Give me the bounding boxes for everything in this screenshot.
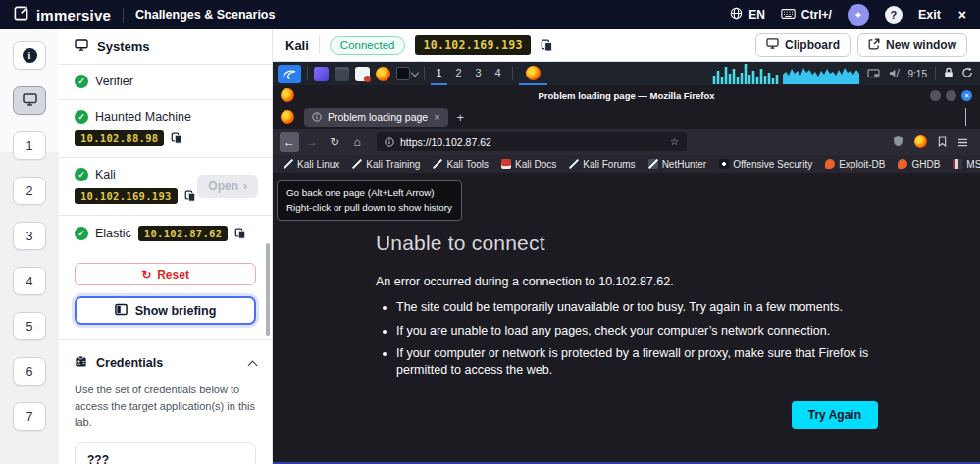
bookmark-item[interactable]: NetHunter <box>648 159 707 170</box>
new-window-button[interactable]: New window <box>857 33 967 57</box>
firefox-taskbar-button[interactable] <box>519 62 547 85</box>
bookmark-item[interactable]: MSFU <box>953 159 980 170</box>
error-title: Unable to connect <box>376 232 878 255</box>
panel-scrollbar[interactable] <box>266 243 270 336</box>
back-button[interactable]: ← <box>280 132 299 152</box>
clipboard-button[interactable]: Clipboard <box>755 33 851 57</box>
bookmark-star-icon[interactable]: ☆ <box>670 136 679 147</box>
bookmark-label: Offensive Security <box>733 159 812 170</box>
task-number-button[interactable]: 5 <box>13 312 46 340</box>
task-number-button[interactable]: 2 <box>13 177 46 205</box>
open-machine-button[interactable]: Open › <box>197 175 258 198</box>
task-number-button[interactable]: 7 <box>13 402 46 431</box>
session-bar: Kali Connected 10.102.169.193 Clipboard <box>273 29 980 62</box>
ai-assistant-button[interactable]: ✦ <box>848 4 869 26</box>
keyboard-shortcuts[interactable]: Ctrl+/ <box>781 8 832 22</box>
bookmark-item[interactable]: Exploit-DB <box>825 159 885 170</box>
reset-label: Reset <box>157 268 189 282</box>
close-icon[interactable]: × <box>958 7 966 23</box>
lock-icon[interactable] <box>944 65 954 82</box>
keyboard-icon <box>781 8 796 22</box>
clipboard-label: Clipboard <box>785 38 840 52</box>
workspace-button[interactable]: 4 <box>490 62 506 85</box>
exit-label: Exit <box>918 8 941 22</box>
terminal-icon[interactable] <box>314 67 329 81</box>
bookmark-item[interactable]: Kali Docs <box>501 159 556 170</box>
show-briefing-button[interactable]: Show briefing <box>75 296 256 325</box>
reset-button[interactable]: ↻ Reset <box>75 263 256 285</box>
copy-icon[interactable] <box>541 39 553 52</box>
close-tab-icon[interactable]: × <box>434 111 439 123</box>
chevron-up-icon[interactable] <box>248 360 258 370</box>
task-number-button[interactable]: 1 <box>13 131 46 160</box>
bookmark-item[interactable]: Offensive Security <box>719 159 812 170</box>
new-tab-button[interactable]: + <box>457 110 465 125</box>
ip-address-badge: 10.102.87.62 <box>138 226 228 241</box>
error-suggestion-item: If you are unable to load any pages, che… <box>396 323 878 339</box>
brand-divider <box>123 8 124 23</box>
bookmark-item[interactable]: GHDB <box>898 159 940 170</box>
muted-speaker-icon[interactable] <box>888 65 901 82</box>
briefing-info-button[interactable]: i <box>13 41 46 70</box>
copy-icon[interactable] <box>171 132 182 144</box>
monitor-icon <box>766 38 779 52</box>
language-selector[interactable]: EN <box>730 7 765 23</box>
kali-menu-icon[interactable] <box>278 65 301 83</box>
firefox-icon[interactable] <box>376 67 390 81</box>
brand[interactable]: immersive Challenges & Scenarios <box>14 6 275 25</box>
bookmark-label: Kali Linux <box>297 159 339 170</box>
forward-button[interactable]: → <box>302 132 322 152</box>
info-icon: i <box>23 48 37 63</box>
system-name: Kali <box>95 168 116 181</box>
firefox-titlebar: Problem loading page — Mozilla Firefox × <box>273 85 980 105</box>
bookmark-item[interactable]: Kali Training <box>352 159 420 170</box>
maximize-button[interactable] <box>946 90 956 101</box>
tab-list-button[interactable] <box>965 108 966 126</box>
bookmark-label: Kali Training <box>366 159 420 170</box>
help-button[interactable]: ? <box>885 6 903 24</box>
bookmark-item[interactable]: Kali Forums <box>569 159 635 170</box>
workspace-button[interactable]: 1 <box>431 62 447 85</box>
credentials-header[interactable]: Credentials <box>59 340 272 371</box>
immersive-labs-app: immersive Challenges & Scenarios EN Ctrl… <box>0 0 980 464</box>
vm-viewport[interactable]: 1 2 3 4 <box>273 62 980 464</box>
workspace-button[interactable]: 3 <box>470 62 487 85</box>
extension-icon[interactable] <box>914 135 927 148</box>
task-number-button[interactable]: 6 <box>13 357 46 386</box>
try-again-button[interactable]: Try Again <box>792 401 878 429</box>
close-window-button[interactable]: × <box>961 90 972 101</box>
machines-tab-button[interactable] <box>13 86 46 115</box>
briefing-panel-icon <box>115 303 128 319</box>
chevron-right-icon: › <box>243 180 247 193</box>
bookmark-item[interactable]: Kali Tools <box>433 159 489 170</box>
copy-icon[interactable] <box>184 190 196 202</box>
bookmark-favicon <box>898 159 907 169</box>
systems-header: Systems <box>59 29 272 64</box>
url-bar[interactable]: https://10.102.87.62 ☆ <box>377 132 687 151</box>
task-number-button[interactable]: 3 <box>13 222 46 250</box>
display-icon[interactable] <box>867 65 880 82</box>
firefox-navbar: ← → ↻ ⌂ https://10.102.87.62 ☆ <box>273 129 980 155</box>
workspace-button[interactable]: 2 <box>450 62 467 85</box>
bookmark-item[interactable]: Kali Linux <box>284 159 339 170</box>
reload-button[interactable]: ↻ <box>325 132 344 152</box>
home-button[interactable]: ⌂ <box>347 132 367 152</box>
active-tab[interactable]: Problem loading page × <box>304 108 448 127</box>
menu-icon[interactable] <box>957 133 968 151</box>
firefox-icon[interactable] <box>281 110 294 124</box>
bookmark-label: Kali Forums <box>583 159 635 170</box>
protections-shield-icon[interactable] <box>893 133 903 151</box>
task-number-button[interactable]: 4 <box>13 267 46 295</box>
info-circle-icon <box>385 133 394 151</box>
clock[interactable]: 9:15 <box>908 69 927 79</box>
text-editor-icon[interactable] <box>355 67 370 81</box>
refresh-session-icon[interactable] <box>961 65 973 82</box>
exit-button[interactable]: Exit <box>918 8 941 22</box>
bookmark-favicon <box>569 159 579 169</box>
copy-icon[interactable] <box>234 228 246 239</box>
save-page-icon[interactable] <box>938 133 947 151</box>
error-suggestion-item: The site could be temporarily unavailabl… <box>396 299 878 316</box>
terminal-dropdown[interactable] <box>396 67 418 80</box>
minimize-button[interactable] <box>930 90 941 101</box>
file-manager-icon[interactable] <box>335 67 349 81</box>
